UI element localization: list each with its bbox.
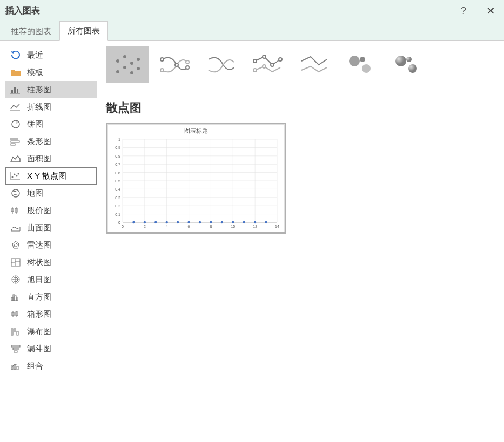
svg-point-117 (177, 221, 179, 223)
sidebar-item-label: 最近 (27, 50, 43, 60)
svg-point-115 (154, 221, 157, 223)
svg-point-124 (254, 221, 256, 223)
svg-text:1: 1 (118, 138, 120, 141)
svg-point-114 (144, 221, 146, 223)
sidebar-item-label: 旭日图 (27, 275, 51, 285)
svg-point-119 (199, 221, 201, 223)
sidebar-item-label: 雷达图 (27, 240, 51, 250)
svg-point-62 (263, 55, 266, 58)
svg-point-122 (232, 221, 234, 223)
sidebar-item-label: 股价图 (27, 206, 51, 216)
sidebar-item-stock[interactable]: 股价图 (5, 202, 97, 219)
sidebar-item-label: 曲面图 (27, 223, 51, 233)
bar-chart-icon (10, 135, 22, 147)
chart-preview[interactable]: 图表标题00.10.20.30.40.50.60.70.80.910246810… (106, 123, 286, 234)
subtype-scatter-markers[interactable] (106, 46, 149, 83)
svg-text:0.6: 0.6 (115, 171, 120, 175)
sidebar-item-bar[interactable]: 条形图 (5, 133, 97, 150)
svg-rect-44 (14, 351, 17, 352)
svg-rect-6 (11, 138, 17, 140)
svg-text:0.4: 0.4 (115, 187, 120, 191)
svg-point-56 (160, 58, 164, 61)
sidebar-item-radar[interactable]: 雷达图 (5, 236, 97, 254)
chart-preview-svg: 图表标题00.10.20.30.40.50.60.70.80.910246810… (107, 124, 285, 232)
svg-point-67 (349, 56, 360, 66)
sidebar-item-scatter[interactable]: X Y 散点图 (5, 167, 97, 185)
help-button[interactable]: ? (455, 5, 472, 17)
folder-icon (10, 66, 22, 78)
sidebar-item-label: 瀑布图 (27, 327, 51, 337)
sidebar-item-label: 箱形图 (27, 309, 51, 319)
subtype-bubble-3d[interactable] (385, 46, 428, 83)
sidebar-item-recent[interactable]: 最近 (5, 46, 97, 64)
svg-point-54 (137, 58, 140, 61)
sidebar-item-sunburst[interactable]: 旭日图 (5, 271, 97, 288)
sidebar-item-area[interactable]: 面积图 (5, 150, 97, 167)
sidebar-item-label: 树状图 (27, 257, 51, 268)
close-button[interactable]: ✕ (482, 4, 499, 17)
svg-text:0.7: 0.7 (115, 162, 120, 166)
svg-point-11 (14, 174, 16, 175)
scatter-smooth-icon (204, 51, 237, 78)
svg-text:0.3: 0.3 (115, 196, 120, 200)
svg-marker-22 (14, 243, 17, 247)
sidebar-item-histogram[interactable]: 直方图 (5, 288, 97, 305)
sidebar-item-treemap[interactable]: 树状图 (5, 254, 97, 271)
chart-category-sidebar: 最近 模板 柱形图 折线图 饼图 (5, 46, 97, 442)
svg-point-71 (408, 64, 417, 73)
svg-point-72 (406, 57, 412, 62)
subtype-scatter-lines-markers[interactable] (245, 46, 288, 83)
subtype-scatter-lines[interactable] (292, 46, 335, 83)
svg-point-61 (253, 59, 257, 63)
tabbar: 推荐的图表 所有图表 (0, 22, 504, 41)
sidebar-item-label: 柱形图 (27, 85, 51, 95)
subtype-scatter-smooth-markers[interactable] (152, 46, 196, 83)
tab-all-charts[interactable]: 所有图表 (59, 21, 108, 41)
svg-point-55 (137, 67, 140, 70)
svg-point-68 (362, 64, 371, 73)
stock-chart-icon (10, 205, 22, 216)
sidebar-item-pie[interactable]: 饼图 (5, 115, 97, 133)
bubble-3d-icon (390, 51, 422, 78)
main-panel: 散点图 图表标题00.10.20.30.40.50.60.70.80.91024… (97, 41, 504, 442)
sidebar-item-label: 饼图 (27, 119, 43, 130)
sunburst-icon (10, 274, 22, 285)
svg-text:0.9: 0.9 (115, 146, 120, 149)
svg-point-52 (130, 62, 133, 65)
sidebar-item-column[interactable]: 柱形图 (5, 81, 97, 98)
sidebar-item-combo[interactable]: 组合 (5, 357, 97, 375)
boxwhisker-icon (10, 308, 22, 320)
subtype-bubble[interactable] (338, 46, 381, 83)
sidebar-item-label: X Y 散点图 (27, 171, 66, 181)
sidebar-item-waterfall[interactable]: 瀑布图 (5, 323, 97, 340)
sidebar-item-label: 地图 (27, 188, 43, 199)
svg-point-48 (116, 59, 119, 63)
svg-point-118 (187, 221, 190, 223)
sidebar-item-line[interactable]: 折线图 (5, 98, 97, 115)
sidebar-item-funnel[interactable]: 漏斗图 (5, 340, 97, 357)
dialog-title: 插入图表 (5, 5, 40, 17)
svg-rect-34 (16, 298, 18, 301)
sidebar-item-surface[interactable]: 曲面图 (5, 219, 97, 236)
svg-text:0: 0 (118, 221, 120, 225)
sidebar-item-templates[interactable]: 模板 (5, 64, 97, 81)
line-chart-icon (10, 101, 22, 113)
svg-rect-43 (13, 348, 18, 350)
svg-point-69 (360, 57, 365, 62)
column-chart-icon (10, 84, 22, 96)
sidebar-item-map[interactable]: 地图 (5, 185, 97, 202)
svg-text:2: 2 (144, 225, 146, 228)
subtype-scatter-smooth[interactable] (199, 46, 242, 83)
svg-point-57 (175, 63, 178, 66)
svg-rect-8 (11, 144, 15, 145)
svg-rect-2 (17, 89, 18, 93)
svg-marker-21 (12, 241, 19, 248)
tab-recommended[interactable]: 推荐的图表 (3, 22, 59, 41)
svg-text:0: 0 (122, 225, 124, 228)
sidebar-item-boxwhisker[interactable]: 箱形图 (5, 305, 97, 323)
histogram-icon (10, 291, 22, 303)
sidebar-item-label: 模板 (27, 67, 43, 78)
sidebar-item-label: 折线图 (27, 102, 51, 112)
sidebar-item-label: 面积图 (27, 154, 51, 164)
svg-point-120 (210, 221, 212, 223)
